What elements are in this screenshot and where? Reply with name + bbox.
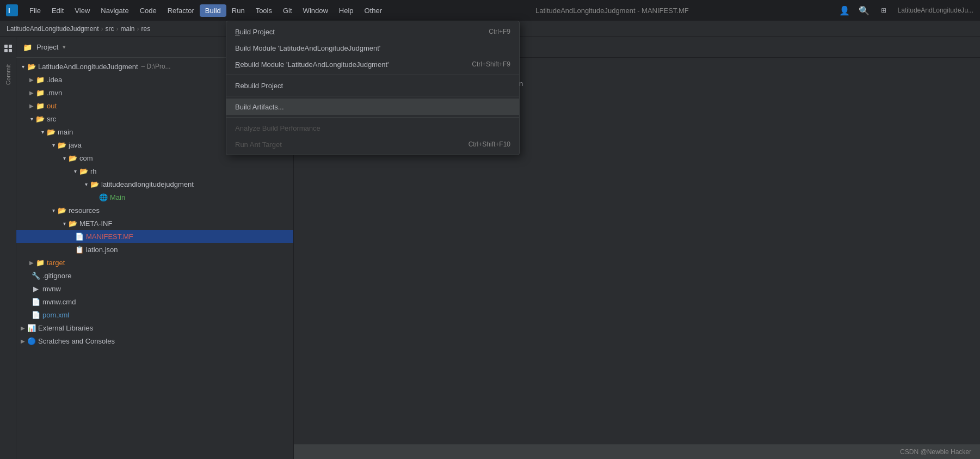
- menu-help[interactable]: Help: [334, 4, 359, 17]
- build-menu: Build Project Ctrl+F9 Build Module 'Lati…: [226, 21, 520, 155]
- mvnw-cmd-icon: 📄: [32, 297, 40, 306]
- run-ant-shortcut: Ctrl+Shift+F10: [469, 140, 510, 148]
- status-bar: CSDN @Newbie Hacker: [294, 444, 980, 459]
- menu-edit[interactable]: Edit: [46, 4, 69, 17]
- tree-meta-inf[interactable]: ▾ 📂 META-INF: [16, 217, 293, 230]
- main-folder-icon: 📂: [47, 127, 56, 136]
- tree-main-class[interactable]: 🌐 Main: [16, 191, 293, 204]
- manifest-spacer: [71, 232, 75, 241]
- build-module-label: Build Module 'LatitudeAndLongitudeJudgme…: [235, 44, 510, 52]
- breadcrumb-item-src[interactable]: src: [105, 25, 114, 33]
- menu-code[interactable]: Code: [134, 4, 162, 17]
- build-project-underline-b: B: [235, 28, 240, 36]
- app-logo: I: [4, 3, 20, 18]
- menu-navigate[interactable]: Navigate: [95, 4, 134, 17]
- mvn-folder-icon: 📁: [36, 88, 45, 97]
- tree-mvnw[interactable]: ▶ mvnw: [16, 282, 293, 295]
- tree-latlon[interactable]: 📋 latlon.json: [16, 243, 293, 256]
- rebuild-project-item[interactable]: Rebuild Project: [226, 77, 519, 94]
- idea-arrow: ▶: [27, 75, 36, 84]
- tree-manifest[interactable]: 📄 MANIFEST.MF: [16, 230, 293, 243]
- status-right-text: CSDN @Newbie Hacker: [900, 448, 971, 456]
- scratches-arrow: ▶: [19, 336, 27, 345]
- analyze-build-item: Analyze Build Performance: [226, 120, 519, 136]
- root-path: – D:\Pro...: [141, 63, 171, 70]
- build-artifacts-item[interactable]: Build Artifacts...: [226, 99, 519, 115]
- mvn-arrow: ▶: [27, 88, 36, 97]
- menu-git[interactable]: Git: [278, 4, 298, 17]
- build-project-rest: uild Project: [240, 28, 275, 36]
- rh-arrow: ▾: [71, 167, 79, 175]
- rebuild-project-label: Rebuild Project: [235, 82, 510, 90]
- user-icon[interactable]: 👤: [837, 3, 852, 18]
- manifest-label: MANIFEST.MF: [86, 232, 133, 241]
- build-artifacts-label: Build Artifacts...: [235, 103, 510, 111]
- build-project-item[interactable]: Build Project Ctrl+F9: [226, 23, 519, 40]
- rebuild-module-label: Rebuild Module 'LatitudeAndLongitudeJudg…: [235, 60, 472, 69]
- svg-rect-5: [9, 49, 12, 52]
- window-title: LatitudeAndLongitudeJudgment - MANIFEST.…: [387, 7, 836, 15]
- java-label: java: [69, 141, 82, 149]
- project-sidebar-icon[interactable]: [1, 41, 15, 56]
- target-label: target: [47, 259, 65, 267]
- tree-gitignore[interactable]: 🔧 .gitignore: [16, 269, 293, 282]
- commit-sidebar-icon[interactable]: Commit: [1, 68, 15, 82]
- menu-run[interactable]: Run: [226, 4, 250, 17]
- tab-switcher-icon[interactable]: ⊞: [876, 3, 891, 18]
- menu-tools[interactable]: Tools: [250, 4, 278, 17]
- tree-external-libs[interactable]: ▶ 📊 External Libraries: [16, 321, 293, 334]
- breadcrumb-sep-3: ›: [137, 25, 139, 33]
- menu-right-actions: 👤 🔍 ⊞ LatitudeAndLongitudeJu...: [837, 3, 976, 18]
- breadcrumb-item-res[interactable]: res: [141, 25, 151, 33]
- package-arrow: ▾: [82, 180, 90, 188]
- svg-text:I: I: [8, 7, 10, 15]
- svg-rect-2: [4, 45, 8, 48]
- menu-other[interactable]: Other: [359, 4, 388, 17]
- mvnw-label: mvnw: [42, 285, 61, 293]
- tab-label: LatitudeAndLongitudeJu...: [896, 7, 976, 14]
- out-arrow: ▶: [27, 101, 36, 110]
- panel-dropdown-arrow[interactable]: ▾: [63, 44, 66, 51]
- tree-package[interactable]: ▾ 📂 latitudeandlongitudejudgment: [16, 178, 293, 191]
- breadcrumb-sep-2: ›: [116, 25, 118, 33]
- menu-separator-2: [226, 96, 519, 96]
- menu-window[interactable]: Window: [298, 4, 334, 17]
- menu-refactor[interactable]: Refactor: [162, 4, 200, 17]
- mvnw-icon: ▶: [32, 284, 40, 293]
- rebuild-module-underline-r: R: [235, 60, 240, 69]
- rebuild-module-shortcut: Ctrl+Shift+F9: [472, 60, 510, 68]
- main-label: main: [58, 128, 73, 136]
- out-label: out: [47, 102, 57, 110]
- rebuild-module-rest: ebuild Module 'LatitudeAndLongitudeJudgm…: [240, 60, 389, 69]
- idea-label: .idea: [47, 76, 62, 84]
- search-everywhere-icon[interactable]: 🔍: [856, 3, 872, 18]
- svg-rect-4: [4, 49, 8, 52]
- menu-file[interactable]: File: [24, 4, 46, 17]
- folder-icon: 📁: [23, 43, 32, 52]
- tree-resources[interactable]: ▾ 📂 resources: [16, 204, 293, 217]
- build-module-item[interactable]: Build Module 'LatitudeAndLongitudeJudgme…: [226, 40, 519, 56]
- svg-rect-3: [9, 45, 12, 48]
- build-project-label: Build Project: [235, 28, 489, 36]
- breadcrumb-item-main[interactable]: main: [120, 25, 134, 33]
- rebuild-module-item[interactable]: Rebuild Module 'LatitudeAndLongitudeJudg…: [226, 56, 519, 72]
- menu-separator-3: [226, 117, 519, 118]
- tree-target[interactable]: ▶ 📁 target: [16, 256, 293, 269]
- latlon-icon: 📋: [75, 245, 84, 254]
- out-folder-icon: 📁: [36, 101, 45, 110]
- tree-rh[interactable]: ▾ 📂 rh: [16, 164, 293, 178]
- main-class-label: Main: [110, 193, 125, 201]
- menu-separator-1: [226, 75, 519, 75]
- src-label: src: [47, 115, 56, 123]
- idea-folder-icon: 📁: [36, 75, 45, 84]
- menu-view[interactable]: View: [69, 4, 95, 17]
- com-label: com: [79, 154, 93, 162]
- tree-mvnw-cmd[interactable]: 📄 mvnw.cmd: [16, 295, 293, 308]
- menu-build[interactable]: Build: [200, 4, 226, 17]
- package-folder-icon: 📂: [90, 180, 99, 188]
- tree-pom[interactable]: 📄 pom.xml: [16, 308, 293, 321]
- breadcrumb-item-project[interactable]: LatitudeAndLongitudeJudgment: [7, 25, 98, 33]
- com-folder-icon: 📂: [69, 154, 77, 162]
- root-label: LatitudeAndLongitudeJudgment: [38, 63, 138, 71]
- tree-scratches[interactable]: ▶ 🔵 Scratches and Consoles: [16, 334, 293, 347]
